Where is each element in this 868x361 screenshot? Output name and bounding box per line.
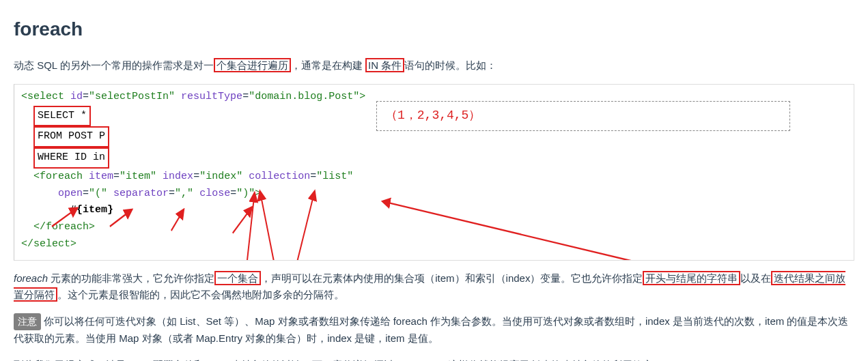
code-l1-val-rt: "domain.blog.Post"	[249, 91, 359, 102]
para-3: 注意你可以将任何可迭代对象（如 List、Set 等）、Map 对象或者数组对象…	[14, 313, 854, 347]
fe-attr-item: item	[89, 171, 113, 182]
fe-attr-coll: collection	[249, 171, 310, 182]
para3-text: 你可以将任何可迭代对象（如 List、Set 等）、Map 对象或者数组对象传递…	[14, 315, 848, 344]
overlay-note: （1，2,3,4,5）	[376, 101, 790, 131]
code-l1-open: <select	[21, 91, 64, 102]
para2-seg4: 。这个元素是很智能的，因此它不会偶然地附加多余的分隔符。	[57, 289, 344, 300]
note-badge: 注意	[14, 313, 41, 330]
intro-highlight-2: IN 条件	[365, 58, 404, 72]
code-l1-attr-rt: resultType	[181, 91, 242, 102]
sql-select-box: SELECT *	[33, 106, 91, 127]
fe-attr-sep: separator	[113, 188, 169, 199]
para2-hl2: 开头与结尾的字符串	[643, 271, 740, 285]
foreach-close: </foreach>	[33, 221, 95, 233]
fe-val-coll: "list"	[316, 171, 353, 182]
para2-seg3: 以及在	[740, 272, 771, 284]
sql-where-box: WHERE ID in	[33, 147, 109, 169]
select-close: </select>	[21, 238, 76, 250]
para-2: foreach 元素的功能非常强大，它允许你指定一个集合，声明可以在元素体内使用…	[14, 270, 854, 304]
intro-highlight-1: 个集合进行遍历	[214, 58, 291, 72]
fe-val-index: "index"	[199, 171, 242, 182]
para2-seg2: ，声明可以在元素体内使用的集合项（item）和索引（index）变量。它也允许你…	[261, 272, 643, 284]
para2-seg1: 元素的功能非常强大，它允许你指定	[48, 272, 214, 284]
intro-seg1: 动态 SQL 的另外一个常用的操作需求是对一	[14, 59, 214, 71]
foreach-body: #{item}	[70, 204, 113, 216]
code-l1-val-id: "selectPostIn"	[89, 91, 175, 102]
fe-attr-index: index	[163, 171, 193, 182]
sql-from-box: FROM POST P	[33, 126, 109, 147]
foreach-open-tag: <foreach	[33, 171, 83, 182]
fe-attr-open: open	[58, 188, 83, 199]
sql-select: SELECT *	[38, 110, 87, 121]
intro-seg3: 语句的时候。比如：	[404, 59, 496, 71]
sql-from: FROM POST P	[38, 130, 105, 142]
para2-hl1: 一个集合	[214, 271, 261, 285]
fe-val-sep: ","	[175, 188, 193, 199]
code-l1-close: >	[359, 91, 365, 102]
fe-val-item: "item"	[120, 171, 156, 182]
fe-val-open: "("	[89, 188, 107, 199]
code-l1-attr-id: id	[70, 91, 83, 102]
fe-open-end: >	[255, 188, 261, 199]
fe-attr-close: close	[199, 188, 230, 199]
para2-term: foreach	[14, 272, 48, 284]
page-title: foreach	[14, 14, 854, 45]
code-block: （1，2,3,4,5） <select id="selectPostIn" re…	[14, 84, 854, 261]
intro-text: 动态 SQL 的另外一个常用的操作需求是对一个集合进行遍历，通常是在构建 IN …	[14, 57, 854, 74]
para-4: 到此我们已经完成了涉及 XML 配置文件和 XML 映射文件的讨论。下一章将详细…	[14, 357, 854, 361]
sql-where: WHERE ID in	[38, 151, 105, 163]
intro-seg2: ，通常是在构建	[291, 59, 365, 71]
fe-val-close: ")"	[236, 188, 255, 199]
